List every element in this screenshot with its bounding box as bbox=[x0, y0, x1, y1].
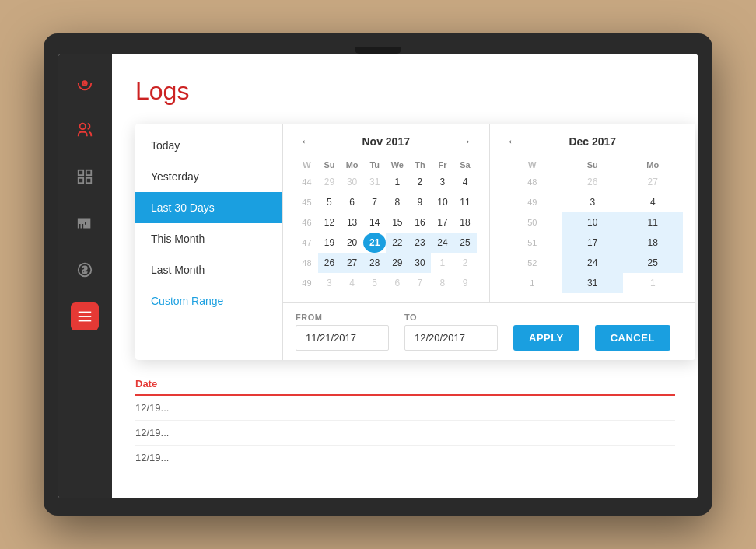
users-icon[interactable] bbox=[71, 116, 99, 144]
day-header-tu: Tu bbox=[363, 158, 386, 172]
grid-icon[interactable] bbox=[71, 163, 99, 191]
svg-rect-6 bbox=[79, 178, 83, 183]
day-header-su: Su bbox=[562, 158, 623, 172]
money-icon[interactable] bbox=[71, 256, 99, 284]
day-cell[interactable]: 27 bbox=[623, 172, 684, 192]
from-to-section: FROM TO APPLY CANCEL bbox=[283, 302, 695, 360]
calendar-nov: ← Nov 2017 → W Su Mo T bbox=[283, 124, 490, 302]
day-cell[interactable]: 30 bbox=[408, 253, 431, 273]
day-cell[interactable]: 9 bbox=[453, 273, 476, 293]
day-cell[interactable]: 18 bbox=[623, 233, 684, 253]
day-cell[interactable]: 26 bbox=[318, 253, 341, 273]
cal-dec-prev[interactable]: ← bbox=[502, 133, 524, 150]
day-cell[interactable]: 31 bbox=[363, 172, 386, 192]
table-row: 12/19... bbox=[135, 446, 675, 470]
date-cell: 12/19... bbox=[135, 402, 675, 414]
day-cell[interactable]: 16 bbox=[408, 212, 431, 233]
day-cell[interactable]: 23 bbox=[408, 233, 431, 253]
preset-customrange[interactable]: Custom Range bbox=[135, 285, 282, 316]
laptop-screen: Logs APPLY CLEAR bbox=[58, 54, 698, 498]
day-cell[interactable]: 17 bbox=[562, 233, 623, 253]
calendars-row: ← Nov 2017 → W Su Mo T bbox=[283, 124, 695, 302]
day-cell[interactable]: 2 bbox=[453, 253, 476, 273]
day-cell[interactable]: 11 bbox=[453, 192, 476, 212]
sidebar bbox=[58, 54, 112, 498]
day-cell[interactable]: 11 bbox=[623, 212, 684, 233]
table-row: 45 5 6 7 8 9 10 11 bbox=[296, 192, 477, 212]
day-cell[interactable]: 4 bbox=[453, 172, 476, 192]
from-input[interactable] bbox=[296, 325, 389, 351]
day-cell[interactable]: 27 bbox=[341, 253, 363, 273]
day-cell[interactable]: 22 bbox=[386, 233, 408, 253]
day-header-mo: Mo bbox=[341, 158, 363, 172]
day-cell[interactable]: 12 bbox=[318, 212, 341, 233]
day-cell[interactable]: 26 bbox=[562, 172, 623, 192]
cal-nov-grid: W Su Mo Tu We Th Fr Sa bbox=[296, 158, 477, 293]
day-cell[interactable]: 28 bbox=[363, 253, 386, 273]
day-cell[interactable]: 14 bbox=[363, 212, 386, 233]
dashboard-icon[interactable] bbox=[71, 69, 99, 97]
day-cell[interactable]: 15 bbox=[386, 212, 408, 233]
from-to-cancel-button[interactable]: CANCEL bbox=[595, 325, 670, 351]
day-cell[interactable]: 30 bbox=[341, 172, 363, 192]
menu-icon[interactable] bbox=[71, 302, 99, 330]
day-cell[interactable]: 29 bbox=[318, 172, 341, 192]
day-cell[interactable]: 4 bbox=[623, 192, 684, 212]
date-column-header: Date bbox=[135, 378, 675, 390]
table-row: 1 31 1 bbox=[502, 273, 684, 293]
preset-lastmonth[interactable]: Last Month bbox=[135, 254, 282, 285]
svg-point-1 bbox=[84, 82, 86, 84]
day-cell-selected[interactable]: 21 bbox=[363, 233, 386, 253]
day-cell[interactable]: 7 bbox=[408, 273, 431, 293]
day-cell[interactable]: 10 bbox=[431, 192, 453, 212]
day-cell[interactable]: 4 bbox=[341, 273, 363, 293]
day-cell[interactable]: 1 bbox=[431, 253, 453, 273]
day-cell[interactable]: 17 bbox=[431, 212, 453, 233]
day-cell[interactable]: 13 bbox=[341, 212, 363, 233]
svg-rect-4 bbox=[86, 170, 91, 175]
day-cell[interactable]: 10 bbox=[562, 212, 623, 233]
day-cell[interactable]: 1 bbox=[386, 172, 408, 192]
day-cell[interactable]: 1 bbox=[623, 273, 684, 293]
day-cell[interactable]: 25 bbox=[623, 253, 684, 273]
table-header-row: Date bbox=[135, 378, 675, 396]
day-cell[interactable]: 18 bbox=[453, 212, 476, 233]
week-num: 48 bbox=[502, 172, 563, 192]
barcode-icon[interactable] bbox=[71, 209, 99, 237]
preset-yesterday[interactable]: Yesterday bbox=[135, 161, 282, 192]
day-cell[interactable]: 3 bbox=[562, 192, 623, 212]
from-to-apply-button[interactable]: APPLY bbox=[513, 325, 579, 351]
cal-dec-header: ← Dec 2017 bbox=[502, 133, 684, 150]
week-num: 46 bbox=[296, 212, 318, 233]
day-cell[interactable]: 5 bbox=[363, 273, 386, 293]
day-cell[interactable]: 3 bbox=[431, 172, 453, 192]
to-input[interactable] bbox=[404, 325, 498, 351]
preset-today[interactable]: Today bbox=[135, 130, 282, 161]
day-cell[interactable]: 5 bbox=[318, 192, 341, 212]
day-cell[interactable]: 8 bbox=[386, 192, 408, 212]
day-cell[interactable]: 7 bbox=[363, 192, 386, 212]
week-header: W bbox=[502, 158, 563, 172]
day-cell[interactable]: 6 bbox=[386, 273, 408, 293]
day-cell[interactable]: 9 bbox=[408, 192, 431, 212]
day-cell[interactable]: 3 bbox=[318, 273, 341, 293]
preset-thismonth[interactable]: This Month bbox=[135, 223, 282, 254]
week-num: 49 bbox=[296, 273, 318, 293]
table-row: 44 29 30 31 1 2 3 4 bbox=[296, 172, 477, 192]
week-header: W bbox=[296, 158, 318, 172]
day-cell[interactable]: 31 bbox=[562, 273, 623, 293]
day-cell[interactable]: 6 bbox=[341, 192, 363, 212]
week-num: 49 bbox=[502, 192, 563, 212]
day-cell[interactable]: 24 bbox=[431, 233, 453, 253]
preset-last30[interactable]: Last 30 Days bbox=[135, 192, 282, 223]
day-cell[interactable]: 29 bbox=[386, 253, 408, 273]
cal-nov-next[interactable]: → bbox=[454, 133, 476, 150]
day-cell[interactable]: 25 bbox=[453, 233, 476, 253]
cal-nov-prev[interactable]: ← bbox=[296, 133, 317, 150]
day-cell[interactable]: 24 bbox=[562, 253, 623, 273]
day-cell[interactable]: 20 bbox=[341, 233, 363, 253]
day-header-sa: Sa bbox=[453, 158, 476, 172]
day-cell[interactable]: 2 bbox=[408, 172, 431, 192]
day-cell[interactable]: 8 bbox=[431, 273, 453, 293]
day-cell[interactable]: 19 bbox=[318, 233, 341, 253]
